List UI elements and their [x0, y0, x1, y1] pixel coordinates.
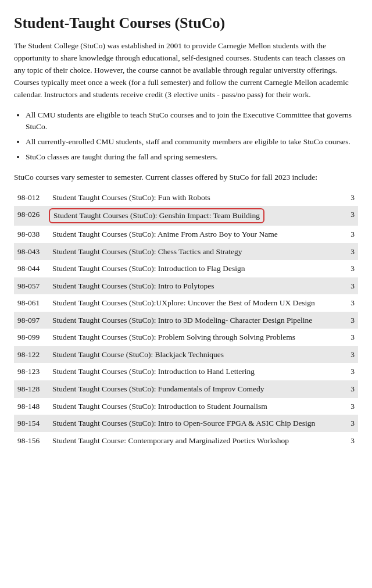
table-row: 98-123Student Taught Courses (StuCo): In… — [14, 363, 358, 380]
course-units: 3 — [346, 294, 358, 312]
course-units: 3 — [346, 432, 358, 450]
course-units: 3 — [346, 312, 358, 329]
table-row: 98-038Student Taught Courses (StuCo): An… — [14, 226, 358, 243]
course-units: 3 — [346, 329, 358, 346]
course-code: 98-057 — [14, 277, 49, 295]
course-code: 98-148 — [14, 398, 49, 415]
bullet-item: All currently-enrolled CMU students, sta… — [26, 136, 358, 148]
course-code: 98-123 — [14, 363, 49, 380]
course-units: 3 — [346, 189, 358, 206]
course-code: 98-026 — [14, 206, 49, 226]
course-name: Student Taught Courses (StuCo): Intro to… — [49, 312, 346, 329]
course-name: Student Taught Courses (StuCo): Fundamen… — [49, 380, 346, 398]
table-row: 98-012Student Taught Courses (StuCo): Fu… — [14, 189, 358, 206]
page-title: Student-Taught Courses (StuCo) — [14, 12, 358, 34]
intro-paragraph: The Student College (StuCo) was establis… — [14, 40, 358, 101]
course-units: 3 — [346, 415, 358, 432]
course-name: Student Taught Courses (StuCo): Anime Fr… — [49, 226, 346, 243]
course-name: Student Taught Courses (StuCo): Fun with… — [49, 189, 346, 206]
table-row: 98-044Student Taught Courses (StuCo): In… — [14, 260, 358, 277]
table-row: 98-097Student Taught Courses (StuCo): In… — [14, 312, 358, 329]
course-name: Student Taught Courses (StuCo): Chess Ta… — [49, 243, 346, 261]
course-name: Student Taught Courses (StuCo): Problem … — [49, 329, 346, 346]
course-code: 98-061 — [14, 294, 49, 312]
course-units: 3 — [346, 380, 358, 398]
course-name: Student Taught Courses (StuCo): Genshin … — [49, 206, 346, 226]
course-units: 3 — [346, 226, 358, 243]
course-code: 98-097 — [14, 312, 49, 329]
table-row: 98-122Student Taught Course (StuCo): Bla… — [14, 346, 358, 364]
bullet-item: StuCo classes are taught during the fall… — [26, 151, 358, 163]
course-units: 3 — [346, 398, 358, 415]
course-name: Student Taught Courses (StuCo): Intro to… — [49, 277, 346, 295]
table-row: 98-148Student Taught Courses (StuCo): In… — [14, 398, 358, 415]
course-code: 98-043 — [14, 243, 49, 261]
course-units: 3 — [346, 206, 358, 226]
course-code: 98-044 — [14, 260, 49, 277]
course-units: 3 — [346, 363, 358, 380]
course-name: Student Taught Course: Contemporary and … — [49, 432, 346, 450]
course-name: Student Taught Course (StuCo): Blackjack… — [49, 346, 346, 364]
course-code: 98-038 — [14, 226, 49, 243]
course-code: 98-122 — [14, 346, 49, 364]
courses-intro: StuCo courses vary semester to semester.… — [14, 172, 358, 183]
course-code: 98-128 — [14, 380, 49, 398]
course-code: 98-099 — [14, 329, 49, 346]
course-units: 3 — [346, 346, 358, 364]
course-code: 98-012 — [14, 189, 49, 206]
course-name: Student Taught Courses (StuCo): Introduc… — [49, 363, 346, 380]
table-row: 98-156Student Taught Course: Contemporar… — [14, 432, 358, 450]
table-row: 98-057Student Taught Courses (StuCo): In… — [14, 277, 358, 295]
course-units: 3 — [346, 277, 358, 295]
course-name: Student Taught Courses (StuCo):UXplore: … — [49, 294, 346, 312]
course-name: Student Taught Courses (StuCo): Introduc… — [49, 260, 346, 277]
course-code: 98-156 — [14, 432, 49, 450]
course-name: Student Taught Courses (StuCo): Intro to… — [49, 415, 346, 432]
bullet-item: All CMU students are eligible to teach S… — [26, 109, 358, 133]
course-units: 3 — [346, 260, 358, 277]
table-row: 98-043Student Taught Courses (StuCo): Ch… — [14, 243, 358, 261]
table-row: 98-154Student Taught Courses (StuCo): In… — [14, 415, 358, 432]
table-row: 98-061Student Taught Courses (StuCo):UXp… — [14, 294, 358, 312]
table-row: 98-128Student Taught Courses (StuCo): Fu… — [14, 380, 358, 398]
course-name: Student Taught Courses (StuCo): Introduc… — [49, 398, 346, 415]
course-code: 98-154 — [14, 415, 49, 432]
courses-table: 98-012Student Taught Courses (StuCo): Fu… — [14, 189, 358, 449]
table-row: 98-026Student Taught Courses (StuCo): Ge… — [14, 206, 358, 226]
table-row: 98-099Student Taught Courses (StuCo): Pr… — [14, 329, 358, 346]
bullet-list: All CMU students are eligible to teach S… — [26, 109, 358, 163]
course-units: 3 — [346, 243, 358, 261]
